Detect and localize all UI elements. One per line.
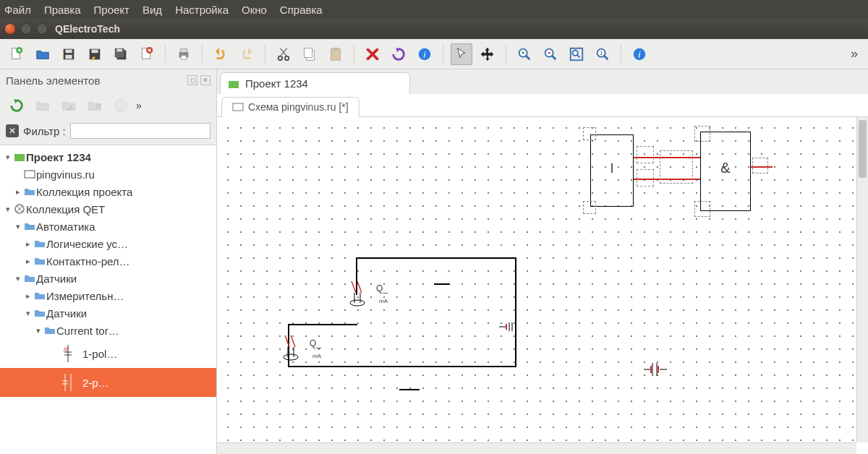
breaker-2[interactable]	[278, 334, 310, 366]
open-button[interactable]	[32, 43, 54, 65]
svg-point-16	[285, 56, 289, 60]
svg-rect-4	[65, 54, 72, 59]
tree-logic[interactable]: ▸Логические ус…	[0, 235, 216, 252]
diagram-icon	[232, 101, 244, 113]
svg-point-38	[284, 354, 298, 360]
menu-file[interactable]: Файл	[4, 4, 31, 16]
gate-i[interactable]: I	[590, 134, 634, 207]
save-as-button[interactable]	[84, 43, 106, 65]
tree-automatika[interactable]: ▾Автоматика	[0, 218, 216, 235]
close-file-button[interactable]	[136, 43, 158, 65]
elements-tree[interactable]: ▾Проект 1234 pingvinus.ru ▸Коллекция про…	[0, 145, 216, 454]
paste-button[interactable]	[325, 43, 346, 65]
main-toolbar: i 1 i »	[0, 39, 868, 69]
svg-rect-13	[180, 48, 187, 52]
menu-window[interactable]: Окно	[242, 4, 267, 16]
undo-button[interactable]	[210, 43, 231, 65]
panel-toolbar-overflow[interactable]: »	[136, 100, 142, 111]
vertical-scrollbar[interactable]	[856, 117, 868, 442]
work-area: Проект 1234 Схема pingvinus.ru [*] I &	[217, 69, 868, 454]
menu-help[interactable]: Справка	[280, 4, 323, 16]
tree-current-tor[interactable]: ▾Current tor…	[0, 322, 216, 339]
rotate-button[interactable]	[388, 43, 409, 65]
connector-2[interactable]	[641, 360, 670, 379]
tree-diagram[interactable]: pingvinus.ru	[0, 166, 216, 183]
diagram-tab[interactable]: Схема pingvinus.ru [*]	[221, 97, 359, 117]
window-maximize-button[interactable]	[36, 23, 48, 35]
tree-sensors-2[interactable]: ▾Датчики	[0, 304, 216, 322]
svg-rect-33	[25, 171, 35, 178]
zoom-out-button[interactable]	[540, 43, 561, 65]
svg-text:1: 1	[600, 49, 603, 56]
cut-button[interactable]	[273, 43, 294, 65]
breaker-1[interactable]	[344, 280, 376, 312]
panel-undock-button[interactable]: ◻	[187, 75, 197, 85]
tree-qet-collection[interactable]: ▾Коллекция QET	[0, 200, 216, 218]
window-titlebar: QElectroTech	[0, 19, 868, 39]
label-ma2: mA	[312, 353, 321, 359]
project-icon	[228, 78, 239, 90]
panel-close-button[interactable]: ✕	[200, 75, 210, 85]
svg-rect-14	[181, 55, 186, 59]
save-button[interactable]	[58, 43, 80, 65]
tree-measuring[interactable]: ▸Измерительн…	[0, 287, 216, 304]
app-title: QElectroTech	[55, 23, 120, 35]
select-tool-button[interactable]	[451, 43, 472, 65]
tree-relay[interactable]: ▸Контактно-рел…	[0, 252, 216, 270]
svg-rect-6	[91, 49, 98, 53]
menu-settings[interactable]: Настройка	[175, 4, 229, 16]
tree-element-2p[interactable]: 2-p…	[0, 368, 216, 397]
panel-delete-button[interactable]	[84, 95, 106, 116]
svg-rect-18	[305, 48, 312, 57]
menu-project[interactable]: Проект	[94, 4, 129, 16]
move-tool-button[interactable]	[477, 43, 498, 65]
panel-new-folder-button[interactable]	[32, 95, 54, 116]
panel-reload-button[interactable]	[6, 95, 27, 116]
menu-view[interactable]: Вид	[142, 4, 162, 16]
label-q1: Q_	[376, 283, 388, 294]
about-button[interactable]: i	[629, 43, 650, 65]
zoom-fit-button[interactable]	[566, 43, 587, 65]
svg-rect-36	[233, 103, 243, 111]
toolbar-overflow-button[interactable]: »	[846, 46, 862, 61]
info-button[interactable]: i	[414, 43, 435, 65]
svg-point-37	[350, 300, 365, 306]
window-close-button[interactable]	[4, 23, 16, 35]
delete-button[interactable]	[362, 43, 383, 65]
os-menubar: Файл Правка Проект Вид Настройка Окно Сп…	[0, 0, 868, 19]
new-file-button[interactable]	[6, 43, 27, 65]
project-tab-label: Проект 1234	[245, 77, 308, 90]
tree-element-1pol[interactable]: 1-pol…	[0, 339, 216, 368]
elements-panel: Панель элементов ◻ ✕ » ✕ Фильтр : ▾Проек…	[0, 69, 217, 454]
project-tab[interactable]: Проект 1234	[220, 72, 410, 94]
zoom-in-button[interactable]	[514, 43, 535, 65]
redo-button[interactable]	[236, 43, 258, 65]
svg-point-15	[278, 56, 283, 60]
menu-edit[interactable]: Правка	[44, 4, 81, 16]
filter-input[interactable]	[70, 123, 210, 139]
zoom-reset-button[interactable]: 1	[592, 43, 613, 65]
svg-rect-9	[117, 48, 122, 51]
diagram-tab-label: Схема pingvinus.ru [*]	[248, 101, 349, 113]
tree-sensors[interactable]: ▾Датчики	[0, 270, 216, 287]
filter-clear-button[interactable]: ✕	[6, 124, 19, 137]
panel-title: Панель элементов	[6, 74, 100, 87]
gate-and[interactable]: &	[700, 132, 751, 211]
diagram-canvas[interactable]: I &	[217, 117, 856, 442]
copy-button[interactable]	[299, 43, 320, 65]
label-ma1: mA	[379, 298, 388, 304]
panel-edit-button[interactable]	[58, 95, 80, 116]
horizontal-scrollbar[interactable]	[217, 442, 856, 454]
tree-project-root[interactable]: ▾Проект 1234	[0, 148, 216, 166]
svg-rect-20	[333, 47, 338, 50]
filter-label: Фильтр :	[23, 125, 66, 137]
svg-rect-32	[14, 154, 25, 161]
print-button[interactable]	[173, 43, 195, 65]
connector-1[interactable]	[498, 320, 516, 334]
save-all-button[interactable]	[110, 43, 132, 65]
tree-project-collection[interactable]: ▸Коллекция проекта	[0, 183, 216, 200]
svg-rect-19	[331, 48, 341, 60]
window-minimize-button[interactable]	[20, 23, 32, 35]
panel-import-button[interactable]	[110, 95, 132, 116]
svg-point-31	[115, 100, 127, 112]
